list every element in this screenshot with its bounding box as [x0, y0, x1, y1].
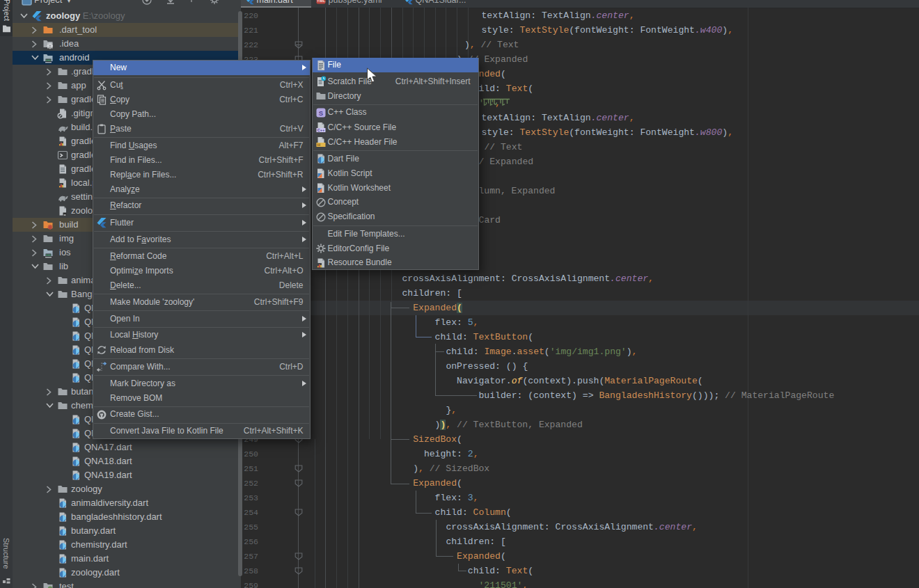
svg-text:YML: YML [316, 0, 325, 3]
